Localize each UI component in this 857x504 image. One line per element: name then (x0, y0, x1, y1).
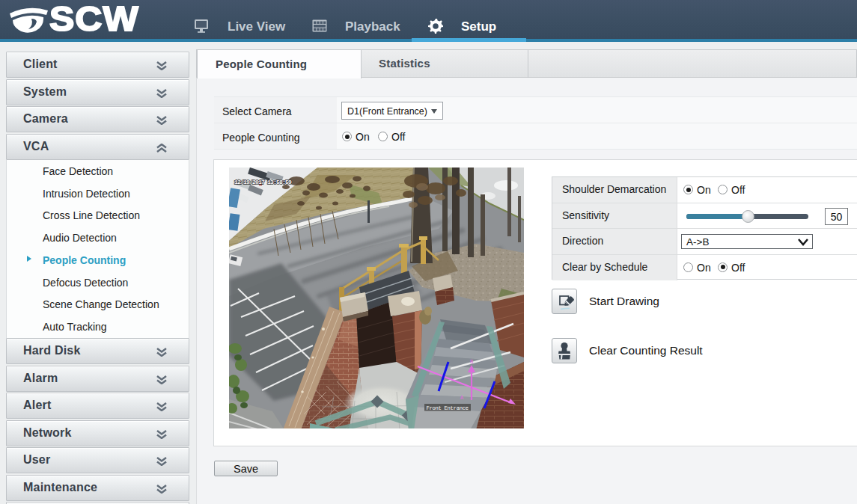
svg-text:Front Entrance: Front Entrance (427, 405, 469, 411)
svg-text:12/19/2017 13:58:59: 12/19/2017 13:58:59 (234, 179, 292, 185)
svg-text:B: B (470, 359, 473, 365)
